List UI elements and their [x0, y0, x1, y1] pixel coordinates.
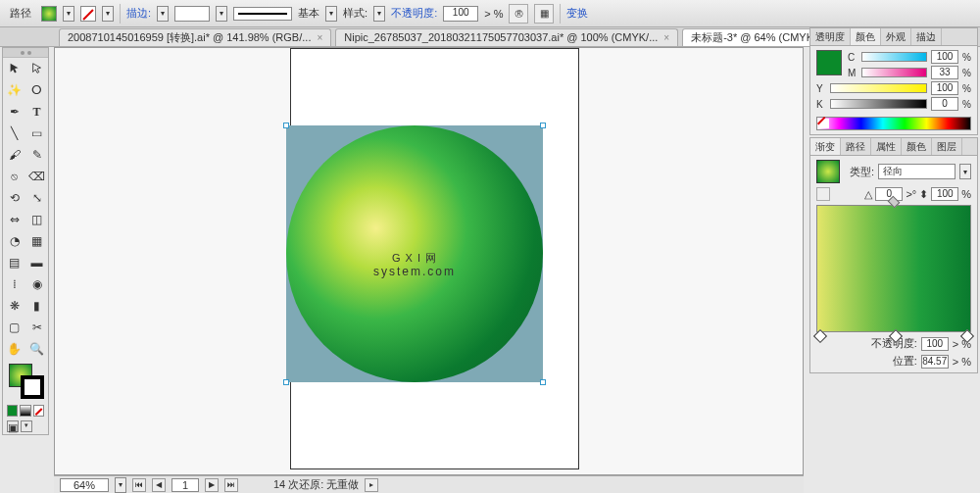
- slice-tool-icon[interactable]: ✂: [25, 317, 48, 338]
- perspective-grid-tool-icon[interactable]: ▦: [25, 230, 48, 252]
- black-slider[interactable]: [830, 99, 927, 109]
- close-icon[interactable]: ×: [663, 32, 669, 43]
- gradient-ramp[interactable]: [816, 205, 971, 332]
- mesh-tool-icon[interactable]: ▤: [3, 252, 25, 273]
- eyedropper-tool-icon[interactable]: ⁞: [3, 273, 25, 295]
- direct-selection-tool-icon[interactable]: [25, 58, 48, 79]
- selection-handle[interactable]: [540, 379, 546, 385]
- column-graph-tool-icon[interactable]: ▮: [25, 295, 48, 317]
- paintbrush-tool-icon[interactable]: 🖌: [3, 144, 25, 166]
- canvas[interactable]: G X I 网system.com: [54, 47, 804, 475]
- symbol-sprayer-tool-icon[interactable]: ❋: [3, 295, 25, 317]
- tab-layers[interactable]: 图层: [932, 138, 962, 155]
- line-tool-icon[interactable]: ╲: [3, 123, 25, 144]
- tab-color-p[interactable]: 颜色: [902, 138, 932, 155]
- close-icon[interactable]: ×: [317, 32, 322, 43]
- tab-attributes[interactable]: 属性: [871, 138, 902, 155]
- first-artboard-icon[interactable]: ⏮: [132, 478, 146, 492]
- stroke-weight-input[interactable]: [174, 6, 210, 22]
- selection-handle[interactable]: [283, 123, 289, 128]
- reverse-gradient-icon[interactable]: [816, 187, 830, 201]
- stroke-profile[interactable]: [233, 7, 292, 21]
- zoom-tool-icon[interactable]: 🔍: [25, 338, 48, 360]
- rectangle-tool-icon[interactable]: ▭: [25, 123, 48, 144]
- scale-tool-icon[interactable]: ⤡: [25, 187, 48, 209]
- document-tab[interactable]: 200871014501​6959 [转换].ai* @ 141.98% (RG…: [59, 28, 331, 46]
- stroke-style-dd[interactable]: ▾: [325, 6, 337, 22]
- stroke-dropdown[interactable]: ▾: [102, 6, 114, 22]
- screen-mode-icon[interactable]: ▣: [7, 420, 19, 432]
- gradient-panel: 渐变 路径 属性 颜色 图层 类型: 径向 ▾ △ 0 >° ⬍ 100 %: [809, 137, 978, 373]
- stroke-link[interactable]: 描边:: [126, 6, 151, 21]
- pencil-tool-icon[interactable]: ✎: [25, 144, 48, 166]
- style-dd[interactable]: ▾: [373, 6, 385, 22]
- magic-wand-tool-icon[interactable]: ✨: [3, 79, 25, 101]
- black-input[interactable]: 0: [931, 97, 958, 111]
- gradient-mode-icon[interactable]: [20, 405, 30, 417]
- stroke-weight-dd[interactable]: ▾: [157, 6, 169, 22]
- yellow-slider[interactable]: [830, 83, 927, 93]
- tab-gradient[interactable]: 渐变: [810, 138, 841, 155]
- gradient-tool-icon[interactable]: ▬: [25, 252, 48, 273]
- artboard-number-input[interactable]: 1: [172, 478, 199, 492]
- cyan-input[interactable]: 100: [931, 50, 958, 64]
- status-menu-icon[interactable]: ▸: [365, 478, 378, 492]
- stroke-color-icon[interactable]: [21, 375, 44, 399]
- magenta-slider[interactable]: [861, 68, 927, 77]
- next-artboard-icon[interactable]: ▶: [205, 478, 219, 492]
- transform-link[interactable]: 变换: [566, 6, 588, 21]
- zoom-level-select[interactable]: 64%: [60, 478, 109, 492]
- stroke-style-label: 基本: [298, 6, 319, 21]
- hand-tool-icon[interactable]: ✋: [3, 338, 25, 360]
- selected-rectangle[interactable]: G X I 网system.com: [286, 125, 543, 382]
- gradient-type-dd[interactable]: ▾: [959, 164, 971, 179]
- none-color-icon[interactable]: [819, 119, 829, 128]
- shape-builder-tool-icon[interactable]: ◔: [3, 230, 25, 252]
- blob-brush-tool-icon[interactable]: ⍉: [3, 166, 25, 187]
- screen-mode-dd[interactable]: ▾: [21, 420, 32, 432]
- stop-opacity-input[interactable]: 100: [921, 337, 949, 351]
- fill-dropdown[interactable]: ▾: [63, 6, 74, 22]
- type-tool-icon[interactable]: T: [25, 101, 48, 123]
- magenta-input[interactable]: 33: [931, 66, 958, 79]
- selection-tool-icon[interactable]: [3, 58, 25, 79]
- cyan-slider[interactable]: [861, 52, 927, 62]
- pen-tool-icon[interactable]: ✒: [3, 101, 25, 123]
- tab-stroke[interactable]: 描边: [911, 28, 942, 45]
- stop-position-input[interactable]: 84.57: [921, 355, 949, 369]
- artboard-tool-icon[interactable]: ▢: [3, 317, 25, 338]
- opacity-link[interactable]: 不透明度:: [391, 6, 437, 21]
- color-mode-icon[interactable]: [7, 405, 18, 417]
- none-mode-icon[interactable]: [33, 405, 44, 417]
- tab-transparency[interactable]: 透明度: [810, 28, 851, 45]
- gradient-type-select[interactable]: 径向: [878, 164, 956, 179]
- prev-artboard-icon[interactable]: ◀: [152, 478, 166, 492]
- align-icon[interactable]: ▦: [534, 4, 554, 24]
- stroke-swatch[interactable]: [80, 6, 96, 22]
- eraser-tool-icon[interactable]: ⌫: [25, 166, 48, 187]
- recolor-icon[interactable]: ®: [509, 4, 528, 24]
- yellow-input[interactable]: 100: [931, 81, 958, 95]
- toolbox-grip[interactable]: [3, 48, 48, 58]
- current-fill-chip[interactable]: [816, 50, 842, 75]
- fill-stroke-control[interactable]: [3, 360, 48, 403]
- blend-tool-icon[interactable]: ◉: [25, 273, 48, 295]
- fill-swatch[interactable]: [41, 6, 57, 22]
- selection-handle[interactable]: [283, 379, 289, 385]
- opacity-input[interactable]: 100: [443, 6, 478, 22]
- selection-handle[interactable]: [540, 123, 546, 128]
- document-tab[interactable]: Nipic_26785037_20180321175057703037.ai* …: [335, 28, 678, 46]
- last-artboard-icon[interactable]: ⏭: [224, 478, 238, 492]
- aspect-input[interactable]: 100: [931, 187, 958, 201]
- gradient-preview-swatch[interactable]: [816, 160, 840, 183]
- spectrum-bar[interactable]: [816, 117, 971, 130]
- tab-color[interactable]: 颜色: [851, 28, 881, 45]
- lasso-tool-icon[interactable]: ⵔ: [25, 79, 48, 101]
- rotate-tool-icon[interactable]: ⟲: [3, 187, 25, 209]
- tab-path-p[interactable]: 路径: [841, 138, 871, 155]
- stroke-weight-step[interactable]: ▾: [216, 6, 227, 22]
- width-tool-icon[interactable]: ⇔: [3, 209, 25, 230]
- free-transform-tool-icon[interactable]: ◫: [25, 209, 48, 230]
- tab-appearance[interactable]: 外观: [881, 28, 911, 45]
- zoom-dd[interactable]: ▾: [115, 477, 126, 493]
